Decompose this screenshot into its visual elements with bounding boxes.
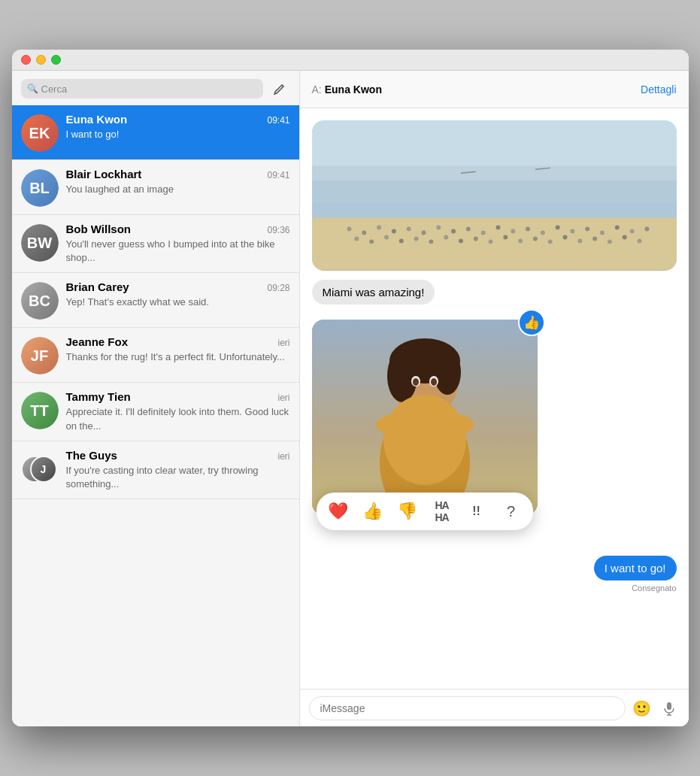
conv-preview-brian-carey: Yep! That's exactly what we said.: [66, 296, 290, 309]
conversation-item-bob-willson[interactable]: BWBob Willson09:36You'll never guess who…: [12, 215, 299, 273]
message-want-to-go: I want to go!: [594, 556, 677, 580]
sidebar-header: 🔍 Cerca: [12, 71, 299, 105]
svg-point-21: [600, 231, 605, 235]
svg-point-39: [562, 235, 567, 239]
conversation-item-blair-lockhart[interactable]: BLBlair Lockhart09:41You laughed at an i…: [12, 160, 299, 215]
message-miami: Miami was amazing!: [312, 280, 435, 305]
emoji-button[interactable]: 🙂: [632, 698, 653, 719]
message-input[interactable]: [309, 696, 626, 720]
svg-point-30: [429, 239, 433, 244]
tapback-exclamation[interactable]: !!: [462, 497, 491, 526]
svg-point-43: [622, 235, 626, 239]
svg-point-32: [458, 238, 462, 243]
avatar-bob-willson: BW: [21, 224, 59, 262]
svg-point-22: [614, 226, 619, 230]
avatar-tammy-tien: TT: [21, 392, 59, 429]
svg-rect-2: [312, 165, 677, 202]
svg-point-25: [354, 236, 359, 241]
avatar-euna-kwon: EK: [21, 114, 59, 152]
svg-point-35: [503, 235, 508, 239]
conversation-item-jeanne-fox[interactable]: JFJeanne FoxieriThanks for the rug! It's…: [12, 328, 299, 383]
avatar-brian-carey: BC: [21, 282, 59, 320]
conv-time-tammy-tien: ieri: [277, 393, 289, 403]
tapback-haha[interactable]: HAHA: [428, 497, 456, 526]
svg-point-15: [511, 229, 515, 234]
svg-point-38: [547, 239, 552, 244]
messages-area: Miami was amazing!: [300, 108, 689, 689]
conversation-item-tammy-tien[interactable]: TTTammy TienieriAppreciate it. I'll defi…: [12, 383, 299, 441]
svg-point-19: [570, 229, 574, 234]
conv-name-jeanne-fox: Jeanne Fox: [66, 335, 129, 348]
close-button[interactable]: [21, 55, 31, 65]
search-bar[interactable]: 🔍 Cerca: [21, 79, 263, 99]
delivery-status: Consegnato: [632, 584, 676, 593]
minimize-button[interactable]: [36, 55, 46, 65]
svg-point-55: [413, 378, 419, 386]
main-content: 🔍 Cerca EKEuna Kwon09:41I want to go!BLB…: [12, 71, 689, 726]
tapback-heart[interactable]: ❤️: [324, 497, 353, 526]
conv-preview-the-guys: If you're casting into clear water, try …: [66, 464, 290, 491]
tapback-bar: ❤️ 👍 👎 HAHA !! ?: [317, 493, 533, 530]
svg-point-11: [451, 229, 456, 234]
svg-point-33: [473, 236, 477, 241]
conv-name-bob-willson: Bob Willson: [66, 223, 132, 235]
svg-point-34: [488, 239, 492, 244]
svg-point-10: [436, 226, 441, 230]
tapback-thumbs-down[interactable]: 👎: [393, 497, 422, 526]
svg-point-17: [540, 231, 544, 235]
svg-rect-61: [667, 702, 671, 710]
conv-time-euna-kwon: 09:41: [267, 115, 289, 126]
svg-point-37: [532, 236, 537, 241]
svg-point-41: [592, 236, 597, 241]
svg-point-20: [585, 227, 589, 232]
svg-point-27: [384, 235, 389, 239]
mic-button[interactable]: [659, 698, 680, 719]
tapback-thumbs-up[interactable]: 👍: [359, 497, 387, 526]
svg-point-14: [495, 226, 500, 230]
svg-point-51: [387, 350, 417, 402]
portrait-image-container: 👍 ❤️ 👍 👎 HAHA !! ?: [312, 320, 538, 515]
chat-contact-name: Euna Kwon: [325, 83, 382, 95]
avatar-the-guys: B J: [21, 450, 59, 488]
chat-header: A: Euna Kwon Dettagli: [300, 71, 689, 108]
chat-header-label: A:: [312, 83, 322, 95]
avatar-jeanne-fox: JF: [21, 337, 59, 374]
details-button[interactable]: Dettagli: [641, 83, 676, 95]
conv-preview-tammy-tien: Appreciate it. I'll definitely look into…: [66, 405, 290, 432]
maximize-button[interactable]: [51, 55, 61, 65]
conv-preview-blair-lockhart: You laughed at an image: [66, 183, 290, 196]
svg-point-12: [465, 227, 470, 232]
svg-rect-3: [312, 218, 677, 270]
conversation-item-brian-carey[interactable]: BCBrian Carey09:28Yep! That's exactly wh…: [12, 273, 299, 328]
svg-point-60: [376, 410, 474, 440]
svg-point-31: [444, 235, 448, 239]
conv-name-brian-carey: Brian Carey: [66, 280, 129, 293]
svg-point-23: [629, 229, 634, 234]
svg-point-5: [362, 231, 366, 235]
svg-point-44: [637, 238, 641, 243]
conv-preview-jeanne-fox: Thanks for the rug! It's a perfect fit. …: [66, 350, 290, 364]
sidebar: 🔍 Cerca EKEuna Kwon09:41I want to go!BLB…: [12, 71, 300, 726]
conv-preview-bob-willson: You'll never guess who I bumped into at …: [66, 238, 290, 265]
svg-point-16: [526, 227, 530, 232]
compose-button[interactable]: [269, 78, 290, 99]
chat-area: A: Euna Kwon Dettagli: [300, 71, 689, 726]
svg-point-29: [414, 236, 418, 241]
conversation-item-the-guys[interactable]: B J The GuysieriIf you're casting into c…: [12, 441, 299, 499]
svg-point-40: [577, 238, 582, 243]
svg-point-7: [391, 229, 395, 234]
conversation-item-euna-kwon[interactable]: EKEuna Kwon09:41I want to go!: [12, 105, 299, 160]
conv-time-brian-carey: 09:28: [267, 283, 289, 293]
title-bar: [12, 50, 689, 71]
svg-point-26: [369, 239, 374, 244]
avatar-blair-lockhart: BL: [21, 169, 59, 207]
svg-point-36: [518, 238, 523, 243]
tapback-question[interactable]: ?: [497, 497, 526, 526]
search-placeholder: Cerca: [41, 83, 68, 95]
conv-preview-euna-kwon: I want to go!: [66, 128, 290, 141]
conv-time-jeanne-fox: ieri: [277, 338, 289, 348]
conv-name-the-guys: The Guys: [66, 449, 117, 462]
conv-name-blair-lockhart: Blair Lockhart: [66, 168, 142, 180]
chat-input-area: 🙂: [300, 689, 689, 726]
svg-point-6: [377, 226, 381, 230]
